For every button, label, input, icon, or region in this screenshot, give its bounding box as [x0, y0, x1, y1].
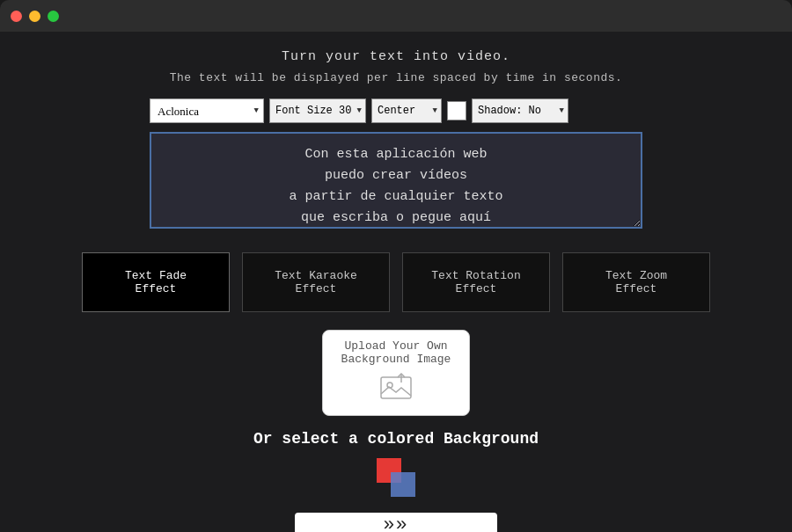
proceed-label: »» — [384, 513, 408, 532]
effect-rotation-button[interactable]: Text Rotation Effect — [402, 252, 550, 312]
color-swatch[interactable] — [447, 101, 466, 120]
upload-line1: Upload Your Own — [344, 339, 447, 353]
upload-icon — [380, 373, 412, 406]
minimize-button[interactable] — [29, 11, 40, 22]
text-input[interactable]: Con esta aplicación web puedo crear víde… — [150, 132, 642, 229]
controls-row: Aclonica Arial Times New Roman Courier N… — [150, 98, 642, 123]
subtitle: The text will be displayed per line spac… — [170, 71, 623, 84]
close-button[interactable] — [11, 11, 22, 22]
effects-row: Text Fade Effect Text Karaoke Effect Tex… — [82, 252, 710, 312]
bg-section: Or select a colored Background — [253, 430, 539, 497]
align-select[interactable]: Left Center Right — [371, 98, 442, 123]
font-select[interactable]: Aclonica Arial Times New Roman Courier N… — [150, 98, 264, 123]
align-select-wrapper: Left Center Right — [371, 98, 442, 123]
font-select-wrapper: Aclonica Arial Times New Roman Courier N… — [150, 98, 264, 123]
swatch-blue — [391, 472, 415, 497]
traffic-lights — [11, 11, 59, 22]
text-area-wrapper: Con esta aplicación web puedo crear víde… — [150, 132, 642, 233]
effect-zoom-button[interactable]: Text Zoom Effect — [562, 252, 710, 312]
maximize-button[interactable] — [48, 11, 59, 22]
fontsize-select[interactable]: Font Size 20 Font Size 24 Font Size 30 F… — [269, 98, 366, 123]
upload-box[interactable]: Upload Your Own Background Image — [322, 330, 470, 416]
title-bar — [0, 0, 792, 32]
color-picker[interactable] — [377, 458, 415, 497]
shadow-select-wrapper: Shadow: No Shadow: Yes — [472, 98, 568, 123]
proceed-button[interactable]: »» — [295, 513, 497, 532]
effect-fade-button[interactable]: Text Fade Effect — [82, 252, 230, 312]
bg-label: Or select a colored Background — [253, 430, 539, 448]
svg-rect-0 — [381, 377, 411, 398]
upload-line2: Background Image — [341, 353, 451, 366]
shadow-select[interactable]: Shadow: No Shadow: Yes — [472, 98, 568, 123]
main-content: Turn your text into video. The text will… — [0, 32, 792, 532]
effect-karaoke-button[interactable]: Text Karaoke Effect — [242, 252, 390, 312]
fontsize-select-wrapper: Font Size 20 Font Size 24 Font Size 30 F… — [269, 98, 366, 123]
headline: Turn your text into video. — [282, 49, 510, 64]
